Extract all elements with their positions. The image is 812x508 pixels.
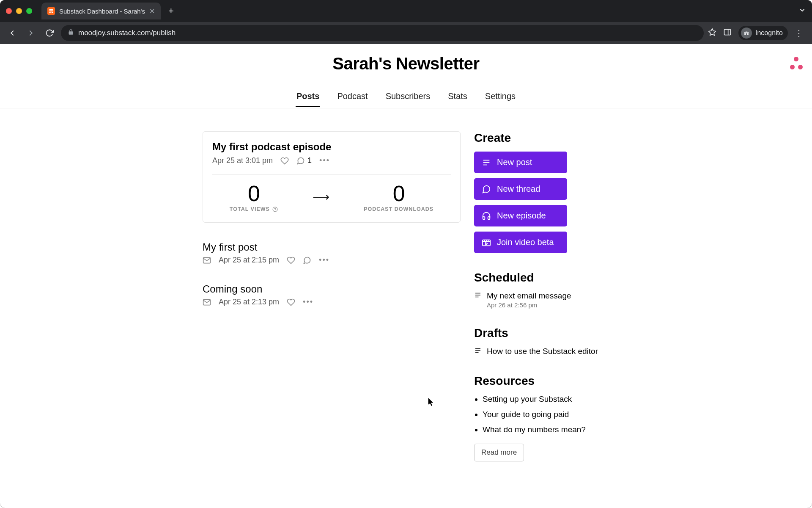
back-button[interactable] [5,26,19,40]
downloads-stat: 0 PODCAST DOWNLOADS [364,179,433,215]
arrow-right-icon: ⟶ [313,190,329,204]
new-post-button[interactable]: New post [474,152,567,173]
scheduled-item[interactable]: My next email message Apr 26 at 2:56 pm [474,291,609,309]
doc-lines-icon [474,347,482,356]
site-logo-icon[interactable] [790,57,803,69]
site-title: Sarah's Newsletter [332,54,479,73]
browser-window: Substack Dashboard - Sarah's ✕ + moodjoy… [0,0,812,508]
close-tab-icon[interactable]: ✕ [149,7,155,15]
address-bar: moodjoy.substack.com/publish Incognito ⋮ [0,22,812,44]
more-icon[interactable]: ••• [319,156,330,165]
window-zoom-button[interactable] [26,8,32,14]
drafts-heading: Drafts [474,326,609,340]
page-content: Sarah's Newsletter Posts Podcast Subscri… [0,44,812,508]
tab-title: Substack Dashboard - Sarah's [59,8,145,15]
toolbar-right: Incognito ⋮ [708,26,803,40]
total-views-stat: 0 TOTAL VIEWS [230,179,278,215]
browser-menu-icon[interactable]: ⋮ [795,28,803,38]
mail-icon [203,298,211,306]
comment-icon[interactable] [303,256,311,265]
section-tabs: Posts Podcast Subscribers Stats Settings [0,84,812,108]
create-section: Create New post New thread New episode [474,131,609,253]
site-header: Sarah's Newsletter [0,44,812,84]
mail-icon [203,256,211,265]
post-stats: 0 TOTAL VIEWS ⟶ 0 PODCAST DOWNLOADS [212,179,451,215]
lines-icon [482,158,491,167]
mouse-cursor-icon [428,398,434,406]
draft-title: How to use the Substack editor [487,347,598,356]
svg-marker-2 [709,29,716,36]
post-title: Coming soon [203,283,461,295]
resource-link[interactable]: Your guide to going paid [483,410,609,419]
more-icon[interactable]: ••• [303,298,313,306]
tab-subscribers[interactable]: Subscribers [385,86,431,107]
bookmark-icon[interactable] [708,28,716,38]
content-columns: My first podcast episode Apr 25 at 3:01 … [0,108,812,470]
post-row[interactable]: My first post Apr 25 at 2:15 pm ••• [203,241,461,265]
incognito-icon [741,28,752,39]
resources-heading: Resources [474,374,609,388]
substack-favicon-icon [47,7,55,15]
headphones-icon [482,211,491,221]
forward-button[interactable] [24,26,38,40]
resource-link[interactable]: Setting up your Substack [483,395,609,404]
svg-point-6 [747,33,749,35]
join-video-beta-button[interactable]: Join video beta [474,232,567,253]
info-icon[interactable] [272,207,278,212]
svg-point-5 [744,33,746,35]
url-input[interactable]: moodjoy.substack.com/publish [61,25,704,41]
post-date: Apr 25 at 3:01 pm [212,156,273,165]
like-icon[interactable] [280,157,289,165]
new-episode-button[interactable]: New episode [474,205,567,226]
posts-column: My first podcast episode Apr 25 at 3:01 … [203,131,461,470]
like-icon[interactable] [287,256,295,265]
tab-posts[interactable]: Posts [296,86,320,107]
resources-section: Resources Setting up your Substack Your … [474,374,609,461]
post-date: Apr 25 at 2:15 pm [219,256,279,265]
scheduled-section: Scheduled My next email message Apr 26 a… [474,271,609,309]
window-close-button[interactable] [6,8,12,14]
doc-lines-icon [474,291,482,309]
new-thread-button[interactable]: New thread [474,178,567,200]
scheduled-date: Apr 26 at 2:56 pm [487,301,571,309]
tab-stats[interactable]: Stats [447,86,468,107]
profile-label: Incognito [755,29,783,37]
svg-marker-19 [486,243,488,245]
tab-settings[interactable]: Settings [484,86,516,107]
scheduled-title: My next email message [487,291,571,301]
scheduled-heading: Scheduled [474,271,609,284]
featured-post-title: My first podcast episode [212,141,451,153]
comment-count[interactable]: 1 [296,156,312,165]
lock-icon [68,29,74,37]
svg-rect-3 [724,29,731,35]
video-icon [482,238,491,247]
more-icon[interactable]: ••• [319,256,329,265]
window-controls [6,8,32,14]
create-heading: Create [474,131,609,145]
new-tab-button[interactable]: + [165,6,177,17]
browser-tab[interactable]: Substack Dashboard - Sarah's ✕ [41,3,161,19]
featured-post-meta: Apr 25 at 3:01 pm 1 ••• [212,156,451,165]
drafts-section: Drafts How to use the Substack editor [474,326,609,356]
sidebar: Create New post New thread New episode [474,131,609,470]
tab-strip: Substack Dashboard - Sarah's ✕ + [0,0,812,22]
side-panel-icon[interactable] [723,28,732,38]
post-title: My first post [203,241,461,253]
resource-link[interactable]: What do my numbers mean? [483,425,609,434]
window-minimize-button[interactable] [16,8,22,14]
chat-icon [482,185,491,194]
url-text: moodjoy.substack.com/publish [78,29,176,37]
reload-button[interactable] [42,26,57,40]
like-icon[interactable] [287,298,295,306]
svg-rect-1 [49,11,53,11]
draft-item[interactable]: How to use the Substack editor [474,347,609,356]
featured-post-card[interactable]: My first podcast episode Apr 25 at 3:01 … [203,131,461,223]
tabs-dropdown-icon[interactable] [798,6,806,16]
read-more-button[interactable]: Read more [474,444,524,461]
tab-podcast[interactable]: Podcast [336,86,368,107]
post-date: Apr 25 at 2:13 pm [219,298,279,306]
svg-rect-0 [49,9,53,10]
profile-chip[interactable]: Incognito [738,26,788,40]
post-row[interactable]: Coming soon Apr 25 at 2:13 pm ••• [203,283,461,306]
